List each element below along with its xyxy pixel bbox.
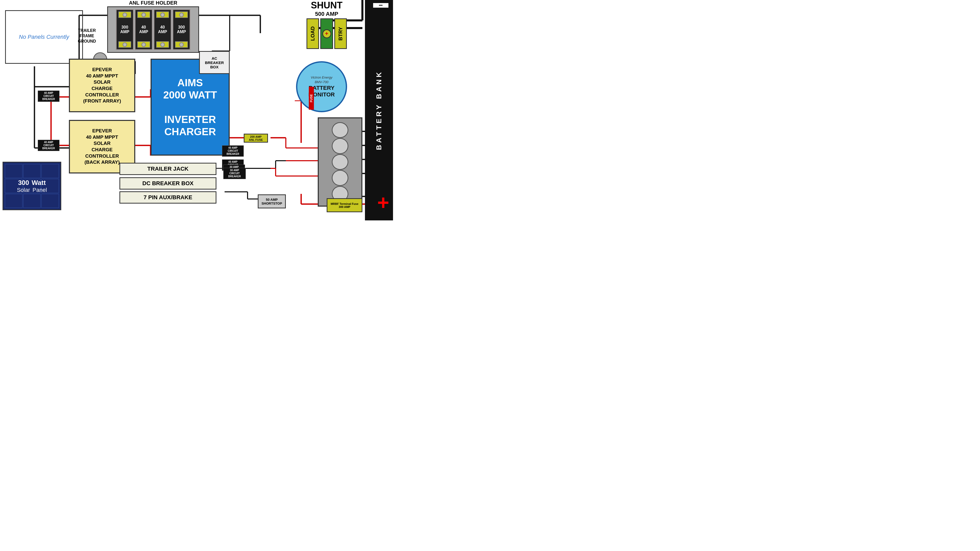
ac-breaker-text: ACBREAKERBOX xyxy=(205,56,224,69)
shunt-plus: + xyxy=(325,30,328,37)
anl-fuses-container: 300AMP 40AMP 40AMP 300AMP xyxy=(107,6,199,53)
solar-cell xyxy=(23,194,41,208)
anl-200-fuse: 200 AMP ANL FUSE xyxy=(244,134,268,143)
circuit-breaker-40-aims1: 40 AMPCIRCUIT BREAKER xyxy=(222,145,244,157)
anl-fuse-2-bottom xyxy=(137,41,150,48)
shunt-area: SHUNT 500 AMP LOAD + BTRY xyxy=(291,0,363,49)
shunt-amps: 500 AMP xyxy=(291,11,363,17)
solar-panel xyxy=(3,162,61,210)
battery-bank-label: BATTERY BANK xyxy=(375,70,383,150)
anl-fuse-title: ANL FUSE HOLDER xyxy=(107,0,199,6)
trailer-jack-box: TRAILER JACK xyxy=(119,163,216,175)
fuse-label: FUSE xyxy=(309,87,314,110)
shortstop-line1: 50 AMP xyxy=(266,198,278,202)
anl-fuse-3: 40AMP xyxy=(154,9,172,50)
solar-cell xyxy=(5,179,22,193)
anl-fuse-2-top xyxy=(137,11,150,18)
shortstop-box: 50 AMP SHORTSTOP xyxy=(258,194,286,208)
battery-stack xyxy=(318,118,363,206)
solar-cell xyxy=(41,194,59,208)
battery-cell-3 xyxy=(332,154,348,170)
anl-200-line2: ANL FUSE xyxy=(249,138,263,141)
anl-fuse-2-bottom-circle xyxy=(142,42,146,47)
anl-fuse-3-bottom-circle xyxy=(160,42,165,47)
no-panels-box: No Panels Currently xyxy=(5,10,83,64)
anl-fuse-1: 300AMP xyxy=(116,9,134,50)
ac-breaker-box: ACBREAKERBOX xyxy=(199,51,230,74)
battery-bank: − BATTERY BANK + xyxy=(365,0,393,221)
no-panels-text: No Panels Currently xyxy=(19,34,69,40)
mrbf-line1: MRBF Terminal Fuse xyxy=(331,202,359,205)
aims-line1: AIMS xyxy=(177,77,203,88)
circuit-breaker-30-correct: 30 AMPCIRCUIT BREAKER xyxy=(223,168,246,179)
anl-fuse-4-bottom-circle xyxy=(179,42,184,47)
shunt-btry: BTRY xyxy=(334,18,347,49)
battery-cell-2 xyxy=(332,138,348,154)
trailer-jack-label: TRAILER JACK xyxy=(147,165,188,172)
dc-breaker-box: DC BREAKER BOX xyxy=(119,177,216,189)
monitor-brand: Victron Energy xyxy=(310,76,332,79)
mrbf-fuse: MRBF Terminal Fuse 300 AMP xyxy=(327,198,363,212)
anl-fuse-2-amp: 40AMP xyxy=(139,25,148,34)
mrbf-line2: 300 AMP xyxy=(339,205,350,208)
anl-fuse-1-bottom-circle xyxy=(123,42,127,47)
circuit-breaker-40-back: 40 AMPCIRCUIT BREAKER xyxy=(38,140,59,151)
anl-fuse-3-top xyxy=(156,11,169,18)
aims-line3: INVERTER xyxy=(164,114,216,125)
aims-line4: CHARGER xyxy=(164,126,216,137)
battery-cell-4 xyxy=(332,170,348,186)
solar-cell xyxy=(23,179,41,193)
aims-text: AIMS 2000 WATT INVERTER CHARGER xyxy=(163,76,217,138)
solar-cell xyxy=(23,164,41,178)
battery-cell-1 xyxy=(332,122,348,138)
anl-fuse-2-top-circle xyxy=(142,13,146,17)
anl-fuse-1-top-circle xyxy=(123,13,127,17)
anl-fuse-4: 300AMP xyxy=(172,9,190,50)
circuit-breaker-40-front: 40 AMPCIRCUIT BREAKER xyxy=(38,91,59,102)
anl-fuse-4-bottom xyxy=(175,41,188,48)
shunt-box: LOAD + BTRY xyxy=(291,18,363,49)
epever-front-text: EPEVER40 AMP MPPTSOLARCHARGECONTROLLER(F… xyxy=(83,67,121,104)
anl-fuse-4-top xyxy=(175,11,188,18)
anl-fuse-1-bottom xyxy=(118,41,131,48)
battery-monitor: Victron Energy BMV-700 BATTERY MONITOR xyxy=(296,61,347,112)
epever-front-controller: EPEVER40 AMP MPPTSOLARCHARGECONTROLLER(F… xyxy=(69,59,135,112)
trailer-frame-ground-label: TRAILERFRAMEGROUND xyxy=(78,28,96,44)
shunt-connector: + xyxy=(322,29,331,38)
anl-fuse-3-top-circle xyxy=(160,13,165,17)
shunt-title: SHUNT xyxy=(291,0,363,11)
aims-line2: 2000 WATT xyxy=(163,89,217,100)
anl-fuse-2: 40AMP xyxy=(135,9,153,50)
anl-fuse-holder: ANL FUSE HOLDER 300AMP 40AMP 40AMP 300AM… xyxy=(107,0,199,53)
anl-fuse-3-bottom xyxy=(156,41,169,48)
anl-fuse-1-top xyxy=(118,11,131,18)
solar-cell xyxy=(41,179,59,193)
solar-cell xyxy=(41,164,59,178)
battery-minus: − xyxy=(373,3,388,8)
anl-fuse-1-amp: 300AMP xyxy=(120,25,129,34)
diagram: − BATTERY BANK + No Panels Currently 300… xyxy=(0,0,393,221)
shortstop-line2: SHORTSTOP xyxy=(262,202,282,205)
shunt-middle: + xyxy=(320,18,333,49)
shunt-load: LOAD xyxy=(307,18,319,49)
seven-pin-label: 7 PIN AUX/BRAKE xyxy=(143,194,192,201)
seven-pin-box: 7 PIN AUX/BRAKE xyxy=(119,191,216,203)
dc-breaker-label: DC BREAKER BOX xyxy=(142,180,193,187)
monitor-model: BMV-700 xyxy=(315,80,328,84)
anl-fuse-3-amp: 40AMP xyxy=(158,25,167,34)
solar-cell xyxy=(5,164,22,178)
battery-plus: + xyxy=(377,192,389,213)
monitor-label: BATTERY MONITOR xyxy=(298,85,346,98)
epever-back-text: EPEVER40 AMP MPPTSOLARCHARGECONTROLLER(B… xyxy=(84,128,120,165)
anl-fuse-4-top-circle xyxy=(179,13,184,17)
anl-fuse-4-amp: 300AMP xyxy=(177,25,186,34)
anl-200-line1: 200 AMP xyxy=(250,135,262,138)
solar-cell xyxy=(5,194,22,208)
